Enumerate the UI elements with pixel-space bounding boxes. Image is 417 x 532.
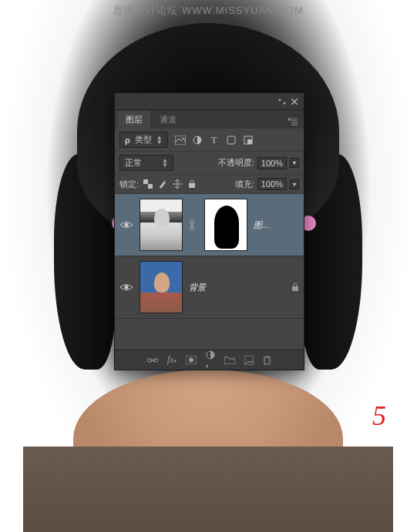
dropdown-arrows-icon: ▲▼ — [156, 136, 163, 145]
svg-rect-13 — [292, 286, 298, 291]
panel-tabs: 图层 通道 — [115, 110, 304, 129]
filter-kind-dropdown[interactable]: ρ 类型 ▲▼ — [119, 132, 168, 148]
svg-rect-5 — [143, 179, 148, 184]
dropdown-arrows-icon: ▲▼ — [162, 159, 168, 168]
layer-name[interactable]: 背景 — [189, 282, 285, 293]
filter-kind-label: 类型 — [135, 134, 152, 146]
layer-mask-thumbnail[interactable] — [204, 199, 247, 251]
collapse-icon[interactable] — [276, 95, 288, 108]
filter-kind-rho-icon: ρ — [125, 136, 130, 145]
panel-footer: fx▾ ▾ — [115, 350, 304, 370]
adjustment-layer-icon[interactable]: ▾ — [206, 350, 215, 370]
panel-titlebar[interactable] — [115, 93, 304, 110]
fill-slider-icon[interactable]: ▾ — [290, 179, 299, 189]
filter-pixel-icon[interactable] — [174, 134, 187, 146]
layer-style-icon[interactable]: fx▾ — [167, 354, 177, 366]
svg-rect-6 — [148, 184, 153, 189]
fill-value[interactable]: 100% — [257, 178, 287, 190]
tab-channels[interactable]: 通道 — [152, 111, 184, 129]
svg-rect-2 — [227, 136, 235, 144]
blend-mode-value: 正常 — [125, 157, 142, 169]
lock-row: 锁定: 填充: 100% ▾ — [115, 175, 304, 194]
new-layer-icon[interactable] — [244, 356, 254, 365]
lock-indicator-icon — [291, 283, 299, 292]
layer-name[interactable]: 图... — [254, 219, 299, 231]
blend-mode-dropdown[interactable]: 正常 ▲▼ — [119, 155, 173, 171]
visibility-toggle-icon[interactable] — [119, 280, 133, 294]
watermark-text: 思缘设计论坛 WWW.MISSYUAN.COM — [0, 4, 417, 18]
lock-label: 锁定: — [119, 179, 139, 190]
svg-rect-7 — [189, 183, 195, 188]
layer-thumbnail[interactable] — [140, 199, 183, 251]
lock-transparency-icon[interactable] — [142, 178, 154, 190]
filter-shape-icon[interactable] — [225, 134, 237, 146]
filter-row: ρ 类型 ▲▼ T — [115, 129, 304, 152]
lock-position-icon[interactable] — [171, 178, 183, 190]
lock-all-icon[interactable] — [186, 178, 198, 190]
lock-pixels-icon[interactable] — [156, 178, 169, 190]
svg-rect-4 — [247, 139, 252, 144]
panel-menu-icon[interactable] — [282, 115, 304, 129]
opacity-label: 不透明度: — [218, 157, 254, 169]
mask-link-icon[interactable] — [189, 219, 198, 230]
filter-smartobject-icon[interactable] — [242, 134, 254, 146]
link-layers-icon[interactable] — [147, 357, 158, 363]
layer-row[interactable]: 图... — [115, 194, 304, 256]
add-mask-icon[interactable] — [186, 356, 197, 364]
fill-label: 填充: — [235, 179, 254, 190]
svg-point-18 — [189, 358, 193, 363]
photo-collar — [23, 447, 393, 532]
layer-thumbnail[interactable] — [140, 261, 183, 313]
delete-layer-icon[interactable] — [263, 356, 271, 365]
blend-row: 正常 ▲▼ 不透明度: 100% ▾ — [115, 152, 304, 175]
layers-empty-area[interactable] — [115, 319, 304, 350]
svg-point-12 — [125, 286, 129, 289]
svg-point-8 — [125, 223, 129, 227]
tab-layers[interactable]: 图层 — [118, 111, 150, 129]
close-icon[interactable] — [288, 95, 301, 108]
new-group-icon[interactable] — [224, 356, 235, 364]
filter-adjustment-icon[interactable] — [191, 134, 203, 146]
filter-text-icon[interactable]: T — [208, 134, 220, 146]
visibility-toggle-icon[interactable] — [119, 218, 133, 232]
opacity-slider-icon[interactable]: ▾ — [290, 158, 299, 168]
layer-row[interactable]: 背景 — [115, 256, 304, 319]
layers-panel: 图层 通道 ρ 类型 ▲▼ T 正常 ▲▼ 不透明度: 100% ▾ 锁定: — [114, 92, 304, 370]
layers-list: 图... 背景 — [115, 194, 304, 350]
annotation-number: 5 — [372, 400, 386, 432]
opacity-value[interactable]: 100% — [257, 157, 287, 169]
